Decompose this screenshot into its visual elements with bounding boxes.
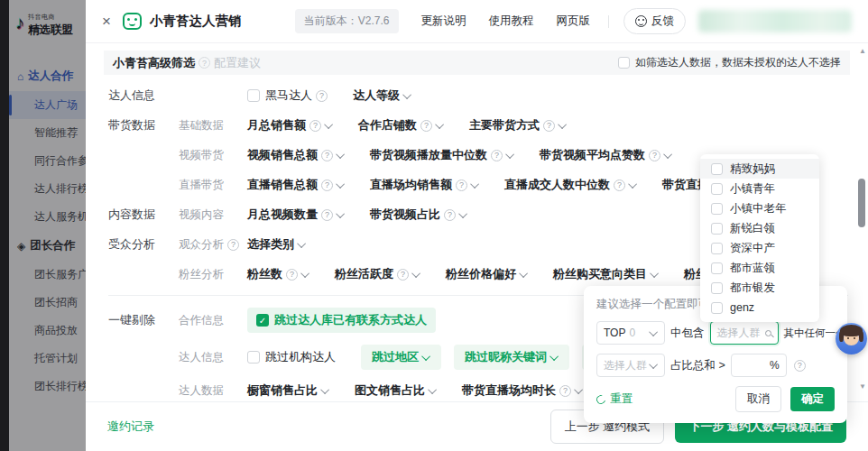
skip-nickname-keyword-pill[interactable]: 跳过昵称关键词 [454, 345, 569, 370]
option-checkbox[interactable] [711, 262, 723, 274]
filter-label: 带货视频播放量中位数 [370, 147, 487, 163]
crowd-search-input[interactable]: 选择人群 [710, 321, 779, 345]
dropdown-option[interactable]: 新锐白领 [700, 218, 819, 238]
tag-label: 跳过达人库已有联系方式达人 [274, 312, 427, 328]
filter-live-avg-sales[interactable]: 直播场均销售额? [370, 177, 479, 193]
option-label: 资深中产 [730, 241, 775, 256]
scroll-down-icon[interactable]: ▼ [857, 382, 868, 391]
filter-fans-activity[interactable]: 粉丝活跃度? [335, 266, 420, 282]
help-icon[interactable]: ? [321, 150, 333, 161]
changelog-link[interactable]: 更新说明 [421, 14, 466, 29]
checked-checkbox[interactable]: ✓ [256, 314, 269, 327]
check-icon: ✓ [259, 316, 266, 326]
chevron-down-icon [649, 327, 658, 336]
help-icon[interactable]: ? [321, 179, 333, 191]
close-icon[interactable]: × [102, 14, 111, 29]
filter-coop-shops[interactable]: 合作店铺数? [358, 117, 444, 133]
filter-video-avg-likes[interactable]: 带货视频平均点赞数? [540, 147, 672, 163]
filter-live-avg-duration[interactable]: 带货直播场均时长? [462, 382, 583, 399]
help-icon[interactable]: ? [321, 209, 333, 221]
option-checkbox[interactable] [711, 302, 723, 314]
help-icon[interactable]: ? [397, 269, 409, 281]
filter-live-buyers-median[interactable]: 直播成交人数中位数? [504, 177, 637, 193]
reset-label: 重置 [610, 391, 633, 407]
invite-records-link[interactable]: 邀约记录 [107, 419, 154, 435]
subcategory-talent-data: 达人数据 [179, 383, 247, 399]
dropdown-option[interactable]: 都市蓝领 [700, 258, 819, 278]
chevron-down-icon [628, 179, 637, 189]
feedback-button[interactable]: 反馈 [623, 8, 686, 34]
filter-fans-count[interactable]: 粉丝数? [247, 266, 309, 282]
subcategory-video-content: 视频内容 [179, 207, 247, 223]
filter-fans-price-pref[interactable]: 粉丝价格偏好 [446, 266, 528, 282]
skip-existing-contacts-toggle[interactable]: ✓ 跳过达人库已有联系方式达人 [247, 308, 436, 333]
auth-filter-checkbox[interactable] [618, 57, 630, 69]
dropdown-option[interactable]: 都市银发 [700, 278, 819, 298]
help-icon[interactable]: ? [420, 120, 432, 132]
filter-monthly-sales[interactable]: 月总销售额? [247, 117, 333, 133]
help-icon[interactable]: ? [794, 360, 806, 372]
subcategory-coop-info: 合作信息 [179, 313, 247, 328]
chevron-down-icon [470, 179, 479, 189]
avatar-hair [840, 325, 863, 336]
filter-video-play-median[interactable]: 带货视频播放量中位数? [370, 147, 514, 163]
filter-select-category[interactable]: 选择类别 [247, 236, 306, 253]
dropdown-option[interactable]: 小镇青年 [700, 179, 819, 198]
option-checkbox[interactable] [711, 243, 723, 254]
dropdown-option[interactable]: 精致妈妈 [700, 159, 819, 179]
top-value: 0 [629, 327, 635, 339]
filter-main-sales-mode[interactable]: 主要带货方式? [469, 117, 567, 133]
cancel-button[interactable]: 取消 [735, 386, 781, 412]
filter-label: 橱窗销售占比 [247, 382, 318, 399]
ratio-sum-label: 占比总和 > [670, 358, 725, 373]
feedback-label: 反馈 [651, 14, 674, 29]
dropdown-option[interactable]: 小镇中老年 [700, 198, 819, 218]
help-icon[interactable]: ? [491, 150, 503, 161]
skip-agency-talent[interactable]: 跳过机构达人 [247, 349, 336, 365]
help-icon[interactable]: ? [456, 179, 467, 191]
help-icon[interactable]: ? [649, 150, 660, 161]
help-icon[interactable]: ? [199, 57, 210, 69]
heima-checkbox[interactable] [247, 89, 260, 102]
percent-input[interactable]: % [731, 354, 787, 377]
scrollbar-thumb[interactable] [858, 179, 865, 227]
filter-image-text-sales-ratio[interactable]: 图文销售占比 [355, 382, 437, 399]
dropdown-option[interactable]: genz [700, 298, 819, 318]
filter-fans-purchase-intent[interactable]: 粉丝购买意向类目 [553, 266, 659, 282]
confirm-button[interactable]: 确定 [790, 387, 835, 411]
scroll-up-icon[interactable]: ▲ [857, 47, 868, 55]
filter-label: 月总销售额 [247, 117, 306, 133]
filter-heima-talent[interactable]: 黑马达人 ? [247, 87, 328, 104]
help-icon[interactable]: ? [444, 209, 456, 221]
filter-live-sales-total[interactable]: 直播销售总额? [247, 177, 345, 193]
option-checkbox[interactable] [711, 223, 723, 235]
filter-video-sales-total[interactable]: 视频销售总额? [247, 147, 345, 163]
dropdown-option[interactable]: 资深中产 [700, 238, 819, 258]
help-icon[interactable]: ? [614, 179, 625, 191]
help-icon[interactable]: ? [316, 90, 328, 102]
assistant-avatar[interactable] [836, 323, 867, 354]
filter-talent-level[interactable]: 达人等级 [353, 87, 411, 104]
help-icon[interactable]: ? [559, 385, 571, 397]
help-icon[interactable]: ? [543, 120, 555, 132]
filter-label: 带货视频占比 [370, 207, 440, 223]
reset-button[interactable]: 重置 [596, 391, 633, 407]
help-icon[interactable]: ? [309, 120, 321, 132]
filter-sales-video-ratio[interactable]: 带货视频占比? [370, 207, 467, 223]
help-icon[interactable]: ? [227, 239, 239, 251]
crowd-select[interactable]: 选择人群 [596, 354, 665, 377]
option-checkbox[interactable] [711, 163, 723, 175]
filter-showcase-sales-ratio[interactable]: 橱窗销售占比 [247, 382, 329, 399]
skip-agency-checkbox[interactable] [247, 351, 260, 364]
option-checkbox[interactable] [711, 282, 723, 294]
chevron-down-icon [519, 269, 528, 278]
filter-monthly-video-count[interactable]: 月总视频数量? [247, 207, 345, 223]
top-select[interactable]: TOP 0 [596, 321, 665, 345]
help-icon[interactable]: ? [286, 269, 298, 281]
option-checkbox[interactable] [711, 183, 723, 195]
option-checkbox[interactable] [711, 203, 723, 215]
skip-region-pill[interactable]: 跳过地区 [361, 345, 441, 370]
tutorial-link[interactable]: 使用教程 [489, 14, 534, 29]
consumer-group-dropdown: 精致妈妈 小镇青年 小镇中老年 新锐白领 资深中产 都市蓝领 都市银发 genz [700, 154, 819, 322]
webversion-link[interactable]: 网页版 [557, 14, 591, 29]
